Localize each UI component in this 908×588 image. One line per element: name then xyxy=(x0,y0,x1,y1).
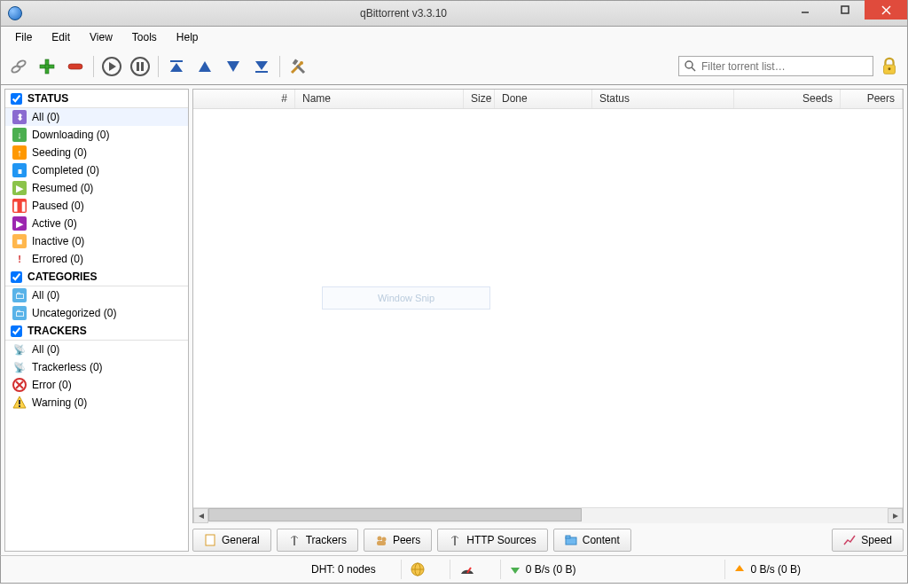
dht-label: DHT: 0 nodes xyxy=(311,563,376,576)
sidebar-tracker-error[interactable]: Error (0) xyxy=(5,376,188,394)
sidebar-item-label: Paused (0) xyxy=(32,200,84,212)
tab-trackers[interactable]: Trackers xyxy=(277,529,358,552)
preferences-button[interactable] xyxy=(286,54,310,79)
svg-rect-1 xyxy=(841,6,849,13)
column-done[interactable]: Done xyxy=(495,90,592,108)
menu-file[interactable]: File xyxy=(6,28,41,46)
minimize-button[interactable] xyxy=(785,0,825,20)
sidebar-status-inactive[interactable]: ■Inactive (0) xyxy=(5,232,188,250)
tab-label: HTTP Sources xyxy=(466,534,536,546)
delete-button[interactable] xyxy=(63,54,88,79)
active-icon: ▶ xyxy=(12,216,27,231)
filter-input[interactable] xyxy=(701,60,867,73)
add-link-button[interactable] xyxy=(6,54,31,79)
sidebar-item-label: Error (0) xyxy=(32,379,72,391)
main-area: # Name Size Done Status Seeds Peers Wind… xyxy=(192,89,904,552)
svg-marker-19 xyxy=(227,61,239,72)
sidebar-status-seeding[interactable]: ↑Seeding (0) xyxy=(5,144,188,161)
sidebar-category-all[interactable]: 🗀All (0) xyxy=(5,286,188,304)
svg-line-27 xyxy=(692,67,695,71)
pause-button[interactable] xyxy=(128,54,153,79)
resume-button[interactable] xyxy=(99,54,124,79)
sidebar-tracker-warning[interactable]: Warning (0) xyxy=(5,394,188,412)
sidebar-item-label: Completed (0) xyxy=(32,164,99,176)
column-size[interactable]: Size xyxy=(464,90,495,108)
antenna-icon: 📡 xyxy=(12,360,27,374)
move-down-button[interactable] xyxy=(221,54,246,79)
svg-point-39 xyxy=(381,537,386,542)
sidebar-item-label: Inactive (0) xyxy=(32,235,84,247)
sidebar-status-header[interactable]: STATUS xyxy=(5,90,188,108)
globe-icon xyxy=(411,562,425,576)
statusbar: DHT: 0 nodes 0 B/s (0 B) 0 B/s (0 B) xyxy=(0,555,908,584)
status-toggle-checkbox[interactable] xyxy=(11,93,22,105)
scroll-track[interactable] xyxy=(208,508,888,523)
move-up-button[interactable] xyxy=(192,54,217,79)
up-speed-label: 0 B/s (0 B) xyxy=(750,563,801,576)
trackers-toggle-checkbox[interactable] xyxy=(11,325,22,337)
workspace: STATUS ⬍All (0) ↓Downloading (0) ↑Seedin… xyxy=(0,85,908,555)
table-body[interactable]: Window Snip xyxy=(193,109,903,507)
lock-button[interactable] xyxy=(877,54,902,79)
status-download-speed[interactable]: 0 B/s (0 B) xyxy=(500,560,585,579)
status-dht[interactable]: DHT: 0 nodes xyxy=(302,560,385,579)
tab-general[interactable]: General xyxy=(192,529,271,552)
add-torrent-button[interactable] xyxy=(35,54,59,79)
sidebar-status-errored[interactable]: !Errored (0) xyxy=(5,250,188,268)
sidebar-status-all[interactable]: ⬍All (0) xyxy=(5,108,188,126)
sidebar-status-downloading[interactable]: ↓Downloading (0) xyxy=(5,126,188,144)
column-name[interactable]: Name xyxy=(295,90,464,108)
menu-tools[interactable]: Tools xyxy=(123,28,166,46)
scroll-right-button[interactable]: ▸ xyxy=(888,508,903,523)
filter-box[interactable] xyxy=(678,56,873,76)
status-header-label: STATUS xyxy=(27,92,68,105)
tab-speed[interactable]: Speed xyxy=(832,529,904,552)
close-button[interactable] xyxy=(865,0,907,20)
move-top-button[interactable] xyxy=(164,54,189,79)
upload-icon: ↑ xyxy=(12,145,27,160)
tab-http-sources[interactable]: HTTP Sources xyxy=(437,529,547,552)
status-globe[interactable] xyxy=(401,560,434,579)
tab-label: Speed xyxy=(861,534,892,546)
sidebar-tracker-all[interactable]: 📡All (0) xyxy=(5,341,188,358)
svg-marker-49 xyxy=(735,565,744,571)
menu-help[interactable]: Help xyxy=(168,28,207,46)
tab-label: Trackers xyxy=(306,534,347,546)
status-speedometer[interactable] xyxy=(450,560,484,579)
sidebar-status-paused[interactable]: ❚❚Paused (0) xyxy=(5,197,188,215)
categories-header-label: CATEGORIES xyxy=(27,270,97,283)
sidebar-tracker-trackerless[interactable]: 📡Trackerless (0) xyxy=(5,358,188,376)
categories-toggle-checkbox[interactable] xyxy=(11,271,22,283)
scroll-thumb[interactable] xyxy=(208,508,582,521)
toolbar-separator xyxy=(158,56,159,77)
sidebar-status-active[interactable]: ▶Active (0) xyxy=(5,215,188,232)
toolbar xyxy=(0,48,908,85)
svg-line-24 xyxy=(297,66,304,73)
move-bottom-button[interactable] xyxy=(249,54,274,79)
status-upload-speed[interactable]: 0 B/s (0 B) xyxy=(724,560,810,579)
column-peers[interactable]: Peers xyxy=(841,90,903,108)
sidebar-trackers-header[interactable]: TRACKERS xyxy=(5,322,188,341)
sidebar-categories-header[interactable]: CATEGORIES xyxy=(5,268,188,286)
svg-rect-25 xyxy=(293,59,299,65)
toolbar-separator xyxy=(279,56,280,77)
sidebar-category-uncategorized[interactable]: 🗀Uncategorized (0) xyxy=(5,304,188,322)
maximize-button[interactable] xyxy=(825,0,865,20)
all-icon: ⬍ xyxy=(12,110,27,124)
menu-edit[interactable]: Edit xyxy=(43,28,79,46)
tab-content[interactable]: Content xyxy=(553,529,631,552)
column-seeds[interactable]: Seeds xyxy=(734,90,841,108)
sidebar-status-resumed[interactable]: ▶Resumed (0) xyxy=(5,179,188,197)
download-icon: ↓ xyxy=(12,128,27,142)
column-hash[interactable]: # xyxy=(193,90,295,108)
warning-icon xyxy=(12,396,27,410)
menu-view[interactable]: View xyxy=(81,28,121,46)
scroll-left-button[interactable]: ◂ xyxy=(193,508,208,523)
horizontal-scrollbar[interactable]: ◂ ▸ xyxy=(193,507,903,522)
folder-icon: 🗀 xyxy=(12,288,27,302)
sidebar-status-completed[interactable]: ∎Completed (0) xyxy=(5,161,188,179)
tab-peers[interactable]: Peers xyxy=(364,529,432,552)
column-status[interactable]: Status xyxy=(592,90,734,108)
svg-rect-43 xyxy=(566,536,570,538)
svg-rect-36 xyxy=(206,535,215,545)
